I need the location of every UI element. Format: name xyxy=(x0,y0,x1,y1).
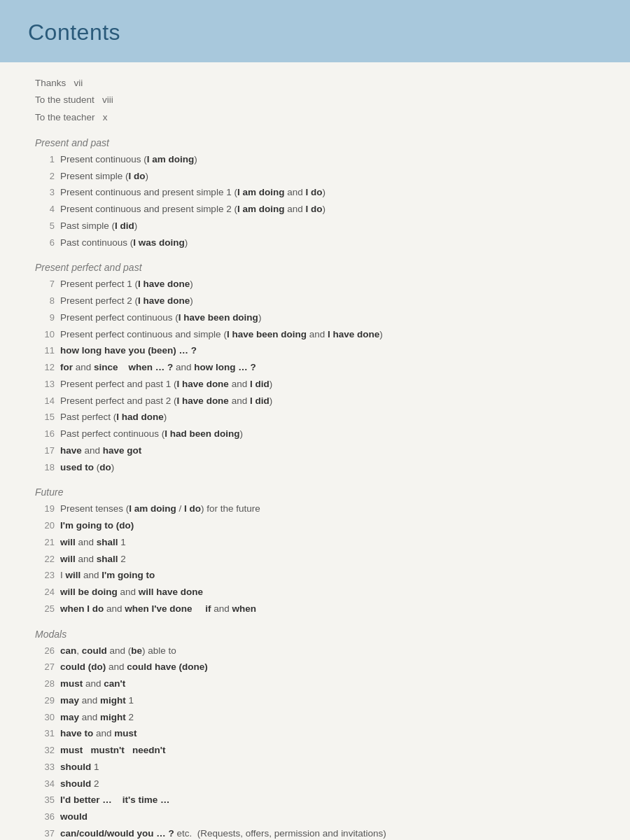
toc-entry-12: 12 for and since when … ? and how long …… xyxy=(35,359,595,376)
toc-entry-19: 19 Present tenses (I am doing / I do) fo… xyxy=(35,500,595,517)
toc-entry-1: 1 Present continuous (I am doing) xyxy=(35,151,595,168)
toc-entry-26: 26 can, could and (be) able to xyxy=(35,643,595,659)
section-present-and-past: Present and past 1 Present continuous (I… xyxy=(35,137,595,251)
section-title-future: Future xyxy=(35,486,595,498)
toc-entry-15: 15 Past perfect (I had done) xyxy=(35,409,595,426)
toc-entry-21: 21 will and shall 1 xyxy=(35,534,595,551)
toc-entry-33: 33 should 1 xyxy=(35,759,595,776)
toc-entry-2: 2 Present simple (I do) xyxy=(35,168,595,185)
toc-entry-28: 28 must and can't xyxy=(35,676,595,692)
front-matter-line-3: To the teacher x xyxy=(35,109,595,126)
toc-entry-37: 37 can/could/would you … ? etc. (Request… xyxy=(35,825,595,840)
toc-entry-4: 4 Present continuous and present simple … xyxy=(35,201,595,218)
toc-entry-3: 3 Present continuous and present simple … xyxy=(35,184,595,201)
section-future: Future 19 Present tenses (I am doing / I… xyxy=(35,486,595,617)
front-matter-line-1: Thanks vii xyxy=(35,75,595,92)
toc-entry-35: 35 I'd better … it's time … xyxy=(35,792,595,808)
toc-entry-8: 8 Present perfect 2 (I have done) xyxy=(35,293,595,309)
toc-entry-27: 27 could (do) and could have (done) xyxy=(35,659,595,676)
toc-entry-25: 25 when I do and when I've done if and w… xyxy=(35,601,595,617)
content-area: Thanks vii To the student viii To the te… xyxy=(0,62,630,840)
page-title: Contents xyxy=(28,20,602,46)
toc-entry-10: 10 Present perfect continuous and simple… xyxy=(35,326,595,343)
toc-entry-11: 11 how long have you (been) … ? xyxy=(35,342,595,359)
toc-entry-13: 13 Present perfect and past 1 (I have do… xyxy=(35,376,595,393)
toc-entry-24: 24 will be doing and will have done xyxy=(35,584,595,601)
section-title-modals: Modals xyxy=(35,629,595,640)
front-matter: Thanks vii To the student viii To the te… xyxy=(35,75,595,126)
toc-entry-32: 32 must mustn't needn't xyxy=(35,742,595,759)
toc-entry-6: 6 Past continuous (I was doing) xyxy=(35,234,595,251)
toc-entry-22: 22 will and shall 2 xyxy=(35,551,595,568)
section-title-present-and-past: Present and past xyxy=(35,137,595,148)
toc-entry-5: 5 Past simple (I did) xyxy=(35,218,595,234)
toc-entry-30: 30 may and might 2 xyxy=(35,709,595,726)
toc-entry-17: 17 have and have got xyxy=(35,442,595,459)
toc-entry-29: 29 may and might 1 xyxy=(35,692,595,709)
section-title-present-perfect: Present perfect and past xyxy=(35,262,595,273)
section-modals: Modals 26 can, could and (be) able to 27… xyxy=(35,629,595,840)
toc-entry-20: 20 I'm going to (do) xyxy=(35,517,595,534)
toc-entry-14: 14 Present perfect and past 2 (I have do… xyxy=(35,393,595,410)
toc-entry-18: 18 used to (do) xyxy=(35,459,595,476)
toc-entry-16: 16 Past perfect continuous (I had been d… xyxy=(35,426,595,442)
toc-entry-9: 9 Present perfect continuous (I have bee… xyxy=(35,309,595,326)
header-bar: Contents xyxy=(0,0,630,62)
toc-entry-34: 34 should 2 xyxy=(35,776,595,792)
toc-entry-7: 7 Present perfect 1 (I have done) xyxy=(35,276,595,293)
section-present-perfect-and-past: Present perfect and past 7 Present perfe… xyxy=(35,262,595,475)
toc-entry-31: 31 have to and must xyxy=(35,725,595,742)
front-matter-line-2: To the student viii xyxy=(35,92,595,108)
toc-entry-23: 23 I will and I'm going to xyxy=(35,567,595,584)
toc-entry-36: 36 would xyxy=(35,808,595,825)
